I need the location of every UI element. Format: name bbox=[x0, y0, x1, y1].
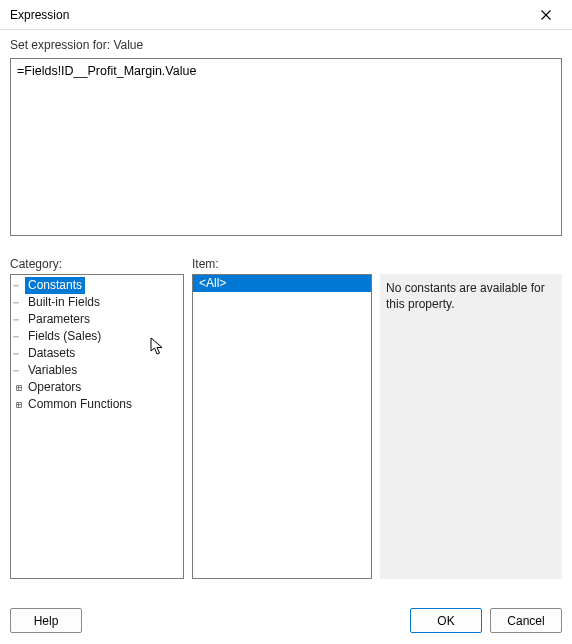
expand-icon[interactable]: ⊞ bbox=[13, 379, 25, 396]
tree-leaf-icon: ⋯ bbox=[13, 294, 25, 311]
tree-leaf-icon: ⋯ bbox=[13, 311, 25, 328]
category-item-label: Operators bbox=[25, 379, 84, 396]
item-column: Item: <All> bbox=[192, 257, 372, 579]
close-icon bbox=[541, 10, 551, 20]
category-listbox[interactable]: ⋯Constants⋯Built-in Fields⋯Parameters⋯Fi… bbox=[10, 274, 184, 579]
category-item[interactable]: ⋯Fields (Sales) bbox=[13, 328, 181, 345]
category-item-label: Datasets bbox=[25, 345, 78, 362]
item-label: Item: bbox=[192, 257, 372, 271]
category-item-label: Variables bbox=[25, 362, 80, 379]
tree-leaf-icon: ⋯ bbox=[13, 345, 25, 362]
tree-leaf-icon: ⋯ bbox=[13, 328, 25, 345]
category-item-label: Parameters bbox=[25, 311, 93, 328]
category-item[interactable]: ⋯Variables bbox=[13, 362, 181, 379]
description-panel: No constants are available for this prop… bbox=[380, 274, 562, 579]
set-expression-target: Value bbox=[113, 38, 143, 52]
description-column: No constants are available for this prop… bbox=[380, 257, 562, 579]
item-entry[interactable]: <All> bbox=[193, 275, 371, 292]
description-label-spacer bbox=[380, 257, 562, 271]
category-item[interactable]: ⊞Operators bbox=[13, 379, 181, 396]
help-button[interactable]: Help bbox=[10, 608, 82, 633]
description-text: No constants are available for this prop… bbox=[386, 281, 545, 311]
expression-input[interactable] bbox=[10, 58, 562, 236]
ok-button[interactable]: OK bbox=[410, 608, 482, 633]
tree-leaf-icon: ⋯ bbox=[13, 277, 25, 294]
category-item-label: Built-in Fields bbox=[25, 294, 103, 311]
category-item[interactable]: ⋯Built-in Fields bbox=[13, 294, 181, 311]
category-item[interactable]: ⋯Datasets bbox=[13, 345, 181, 362]
category-column: Category: ⋯Constants⋯Built-in Fields⋯Par… bbox=[10, 257, 184, 579]
close-button[interactable] bbox=[530, 3, 562, 27]
titlebar: Expression bbox=[0, 0, 572, 30]
set-expression-label: Set expression for: Value bbox=[10, 38, 562, 52]
window-title: Expression bbox=[10, 8, 69, 22]
tree-leaf-icon: ⋯ bbox=[13, 362, 25, 379]
dialog-content: Set expression for: Value Category: ⋯Con… bbox=[0, 30, 572, 589]
columns-region: Category: ⋯Constants⋯Built-in Fields⋯Par… bbox=[10, 257, 562, 579]
category-item[interactable]: ⋯Constants bbox=[13, 277, 181, 294]
button-bar: Help OK Cancel bbox=[10, 607, 562, 634]
set-expression-prefix: Set expression for: bbox=[10, 38, 113, 52]
item-listbox[interactable]: <All> bbox=[192, 274, 372, 579]
category-item-label: Constants bbox=[25, 277, 85, 294]
category-label: Category: bbox=[10, 257, 184, 271]
category-item[interactable]: ⊞Common Functions bbox=[13, 396, 181, 413]
category-item-label: Fields (Sales) bbox=[25, 328, 104, 345]
cancel-button[interactable]: Cancel bbox=[490, 608, 562, 633]
expand-icon[interactable]: ⊞ bbox=[13, 396, 25, 413]
category-item-label: Common Functions bbox=[25, 396, 135, 413]
category-item[interactable]: ⋯Parameters bbox=[13, 311, 181, 328]
